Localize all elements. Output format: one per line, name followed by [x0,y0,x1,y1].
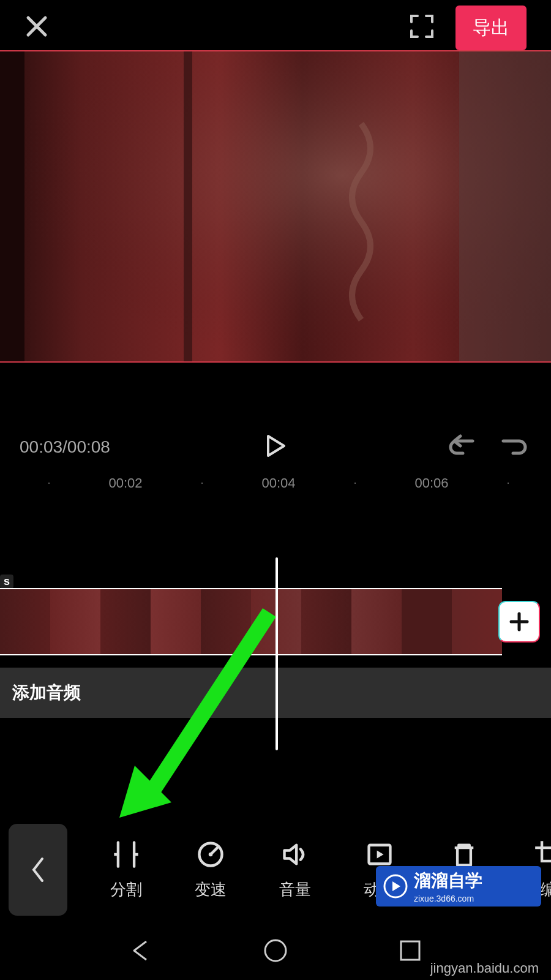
clip-thumbnail [50,589,100,654]
nav-home-button[interactable] [261,937,290,967]
svg-rect-2 [0,51,24,361]
tool-label: 变速 [195,879,227,900]
play-button[interactable] [262,432,289,462]
close-button[interactable] [24,14,49,41]
close-icon [24,14,49,39]
split-icon [111,840,141,869]
nav-home-icon [261,937,290,965]
tool-label: 分割 [110,879,142,900]
undo-icon [448,434,478,458]
plus-icon [508,610,531,633]
clip-thumbnail [151,589,201,654]
tool-volume[interactable]: 音量 [271,840,320,900]
ruler-tick: 00:06 [414,475,448,491]
clip-duration-badge: s [0,575,13,589]
redo-icon [498,434,528,458]
export-button[interactable]: 导出 [455,6,527,50]
clip-thumbnail [0,589,50,654]
redo-button[interactable] [498,434,528,461]
svg-rect-7 [401,941,419,960]
ruler-dot: · [47,475,51,489]
animation-icon [365,840,394,869]
watermark-brand: 溜溜自学 zixue.3d66.com [376,866,541,907]
chevron-left-icon [29,855,47,884]
tool-speed[interactable]: 变速 [186,840,235,900]
add-audio-label: 添加音频 [12,681,81,704]
ruler-tick: 00:02 [108,475,142,491]
play-icon [262,432,289,459]
watermark-attribution: jingyan.baidu.com [430,960,539,976]
play-badge-icon [383,874,408,899]
tool-split[interactable]: 分割 [102,840,151,900]
fullscreen-icon [409,13,435,39]
timecode-display: 00:03/00:08 [20,437,110,457]
svg-point-6 [265,940,286,961]
crop-icon [534,840,551,869]
video-clip[interactable] [0,588,502,655]
timeline-ruler[interactable]: ·00:02·00:04·00:06· [0,472,551,496]
tool-label: 音量 [279,879,311,900]
speed-icon [196,840,225,869]
clip-thumbnail [201,589,251,654]
ruler-dot: · [353,475,357,489]
nav-back-icon [127,937,155,965]
clip-thumbnail [351,589,402,654]
nav-recents-button[interactable] [396,937,424,967]
clip-thumbnail [100,589,151,654]
svg-rect-3 [184,51,192,361]
volume-icon [280,840,310,869]
tool-label: 编 [541,879,551,900]
back-button[interactable] [9,824,67,916]
undo-button[interactable] [448,434,478,461]
video-preview[interactable] [0,50,551,363]
delete-icon [449,840,479,869]
nav-back-button[interactable] [127,937,155,967]
clip-thumbnail [402,589,452,654]
playhead[interactable] [276,557,278,750]
ruler-tick: 00:04 [261,475,295,491]
ruler-dot: · [506,475,510,489]
clip-thumbnail [452,589,502,654]
fullscreen-button[interactable] [409,13,435,42]
ruler-dot: · [200,475,204,489]
clip-thumbnail [301,589,351,654]
add-clip-button[interactable] [498,601,540,643]
nav-recents-icon [396,937,424,965]
svg-rect-4 [459,51,551,361]
